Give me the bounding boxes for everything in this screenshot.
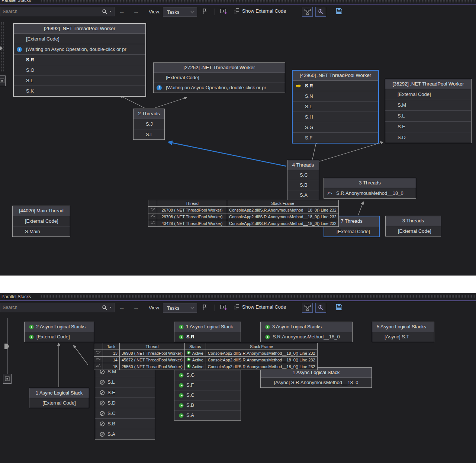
stack-frame-row[interactable]: S.C (287, 170, 319, 180)
zoom-search-toggle[interactable] (315, 7, 326, 17)
stack-frame-row[interactable]: S.G (174, 370, 241, 380)
stack-frame-row[interactable]: S.F (293, 133, 378, 143)
stack-frame-row[interactable]: [Async] S.R.AnonymousMethod__18_0 (261, 378, 372, 387)
node-header[interactable]: 4 Threads (287, 160, 319, 170)
stack-frame-row[interactable]: S.A (95, 429, 155, 439)
thread-node-42960-selected[interactable]: [42960] .NET ThreadPool Worker S.R S.N S… (292, 70, 379, 144)
stack-frame-row[interactable]: [Async] S.T (372, 332, 434, 342)
panel-titlebar[interactable]: Parallel Stacks (0, 293, 476, 300)
methods-view-toggle[interactable] (302, 7, 313, 17)
stack-frame-row[interactable]: [External Code] (324, 226, 379, 236)
stack-frame-row[interactable]: S.D (385, 132, 471, 143)
show-external-code-toggle[interactable]: Show External Code (234, 304, 286, 310)
stack-frame-row[interactable]: S.I (134, 129, 164, 139)
stack-frame-row[interactable]: S.E (95, 387, 155, 398)
search-input[interactable] (0, 305, 102, 310)
stack-frame-row[interactable]: [External Code] (14, 34, 145, 44)
view-dropdown[interactable]: Tasks (163, 303, 197, 313)
stack-frame-row[interactable]: S.D (95, 398, 155, 408)
stack-frame-row[interactable]: S.R.AnonymousMethod__18_0 (324, 188, 416, 198)
stack-frame-row[interactable]: S.N (293, 91, 378, 102)
zoom-slider-handle[interactable] (4, 344, 9, 349)
thread-node-36292[interactable]: [36292] .NET ThreadPool Worker [External… (385, 79, 472, 143)
zoom-search-toggle[interactable] (315, 303, 326, 313)
async-node-1-stack-ext[interactable]: 1 Async Logical Stack [External Code] (29, 388, 89, 408)
search-input[interactable] (0, 9, 102, 14)
search-box[interactable] (0, 7, 115, 16)
flag-button[interactable] (202, 8, 208, 14)
node-header[interactable]: 5 Async Logical Stacks (372, 322, 434, 332)
stack-frame-row[interactable]: S.L (14, 75, 145, 86)
stack-frame-row[interactable]: [External Code] (385, 89, 471, 100)
search-options-chevron-icon[interactable] (109, 307, 112, 308)
stack-frame-row[interactable]: S.L (293, 102, 378, 112)
node-header[interactable]: [36292] .NET ThreadPool Worker (385, 79, 471, 89)
stack-frame-row[interactable]: S.O (14, 65, 145, 75)
search-options-chevron-icon[interactable] (109, 11, 112, 12)
stack-frame-row[interactable]: S.Main (13, 226, 70, 236)
async-node-1-stack-sr[interactable]: 1 Async Logical Stack S.R (174, 322, 241, 342)
node-header[interactable]: [27252] .NET ThreadPool Worker (154, 63, 285, 73)
stack-frame-row[interactable]: S.R (14, 55, 145, 65)
stack-frame-row[interactable]: S.B (174, 400, 241, 411)
stack-frame-row[interactable]: S.A (287, 190, 319, 200)
node-header[interactable]: 3 Threads (324, 178, 416, 188)
stack-frame-row[interactable]: [External Code] (29, 398, 89, 408)
birdseye-button[interactable] (3, 374, 12, 384)
thread-group-node-4-threads[interactable]: 4 Threads S.C S.B S.A (287, 160, 319, 200)
stack-frame-row[interactable]: S.C (95, 408, 155, 419)
stack-frame-row[interactable]: S.C (174, 390, 241, 400)
save-button[interactable] (336, 8, 342, 15)
search-icon[interactable] (102, 9, 107, 14)
stack-frame-row[interactable]: S.J (134, 119, 164, 129)
thread-node-26892[interactable]: [26892] .NET ThreadPool Worker [External… (13, 23, 146, 97)
stack-frame-row[interactable]: S.M (385, 100, 471, 111)
forward-button[interactable]: → (133, 7, 139, 16)
birdseye-button[interactable] (0, 75, 6, 86)
stack-frame-row[interactable]: S.F (174, 380, 241, 390)
stack-frame-row[interactable]: i[Waiting on Async Operation, double-cli… (14, 44, 145, 55)
stack-frame-row[interactable]: S.A (174, 411, 241, 420)
stack-frame-row[interactable]: [External Code] (25, 332, 94, 342)
node-header[interactable]: 2 Threads (134, 109, 164, 119)
async-node-blocked-frames[interactable]: S.M S.L S.E S.D S.C S.B S.A (95, 366, 155, 440)
save-button[interactable] (336, 304, 342, 310)
thread-node-27252[interactable]: [27252] .NET ThreadPool Worker [External… (153, 62, 285, 93)
stack-frame-row[interactable]: S.E (385, 122, 471, 132)
async-node-2-stacks[interactable]: 2 Async Logical Stacks [External Code] (24, 322, 94, 342)
search-box[interactable] (0, 303, 115, 312)
flag-button[interactable] (202, 304, 208, 310)
zoom-slider-handle[interactable] (0, 46, 3, 51)
show-external-code-toggle[interactable]: Show External Code (234, 8, 286, 14)
thread-node-main[interactable]: [44020] Main Thread [External Code] S.Ma… (12, 206, 70, 237)
stack-frame-row[interactable]: S.R.AnonymousMethod__18_0 (261, 332, 352, 342)
node-header[interactable]: 1 Async Logical Stack (29, 388, 89, 398)
async-node-1-stack-anon[interactable]: 1 Async Logical Stack [Async] S.R.Anonym… (260, 367, 372, 388)
node-header[interactable]: 3 Threads (386, 216, 441, 226)
stack-frame-row[interactable]: S.H (293, 112, 378, 122)
thread-group-node-2-threads[interactable]: 2 Threads S.J S.I (133, 109, 165, 140)
search-icon[interactable] (102, 305, 107, 310)
back-button[interactable]: ← (119, 303, 125, 312)
stack-view-button[interactable] (220, 8, 227, 14)
stack-frame-row[interactable]: S.R (174, 332, 241, 342)
stack-frame-row[interactable]: [External Code] (154, 73, 285, 83)
node-header[interactable]: [44020] Main Thread (13, 206, 70, 216)
stack-frame-row[interactable]: S.L (95, 377, 155, 387)
stack-frame-row[interactable]: i[Waiting on Async Operation, double-cli… (154, 83, 285, 93)
methods-view-toggle[interactable] (302, 303, 313, 313)
async-node-3-stacks[interactable]: 3 Async Logical Stacks S.R.AnonymousMeth… (260, 322, 353, 342)
back-button[interactable]: ← (119, 7, 125, 16)
stack-frame-row[interactable]: S.B (95, 419, 155, 429)
node-header[interactable]: [42960] .NET ThreadPool Worker (293, 71, 378, 81)
stack-view-button[interactable] (220, 304, 227, 310)
thread-group-node-3-threads-ext[interactable]: 3 Threads [External Code] (385, 216, 441, 236)
stack-frame-row[interactable]: [External Code] (386, 226, 441, 236)
view-dropdown[interactable]: Tasks (163, 7, 197, 17)
node-header[interactable]: 1 Async Logical Stack (174, 322, 241, 332)
forward-button[interactable]: → (133, 303, 139, 312)
node-header[interactable]: 2 Async Logical Stacks (25, 322, 94, 332)
stack-frame-row[interactable]: S.G (293, 122, 378, 133)
thread-group-node-3-threads-anon[interactable]: 3 Threads S.R.AnonymousMethod__18_0 (324, 178, 416, 199)
zoom-slider-track[interactable] (7, 318, 8, 381)
